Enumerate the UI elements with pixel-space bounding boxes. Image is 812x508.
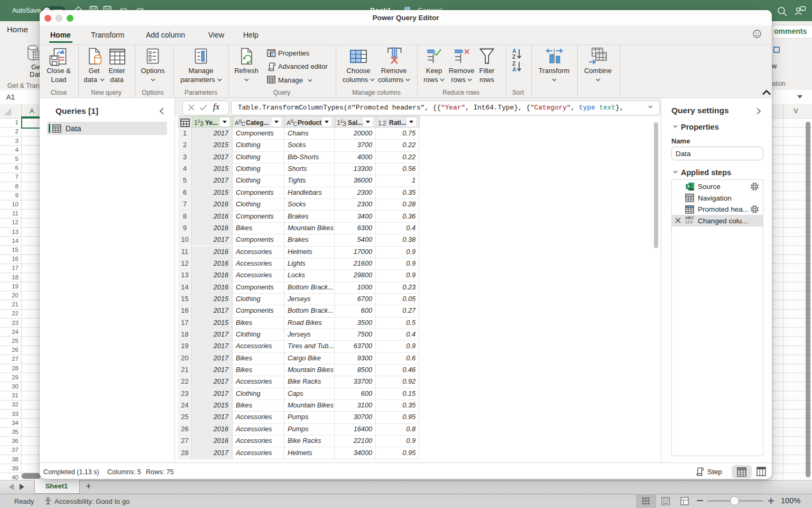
svg-text:X: X [687,184,690,189]
svg-text:Z: Z [512,53,516,60]
